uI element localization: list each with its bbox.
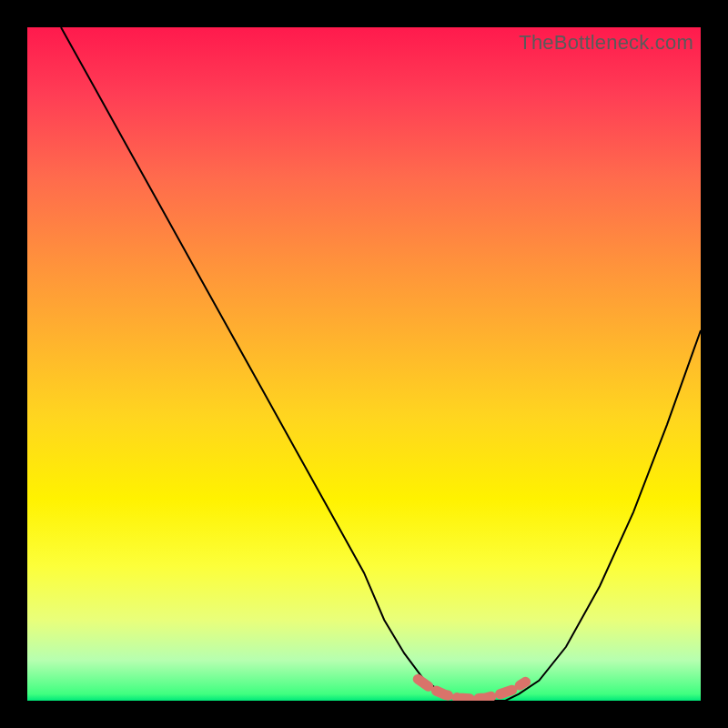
bottleneck-curve-svg: [27, 27, 701, 701]
optimal-segment-path: [418, 679, 525, 699]
chart-container: TheBottleneck.com: [0, 0, 728, 728]
plot-area: TheBottleneck.com: [27, 27, 701, 701]
bottleneck-curve-path: [61, 27, 701, 701]
